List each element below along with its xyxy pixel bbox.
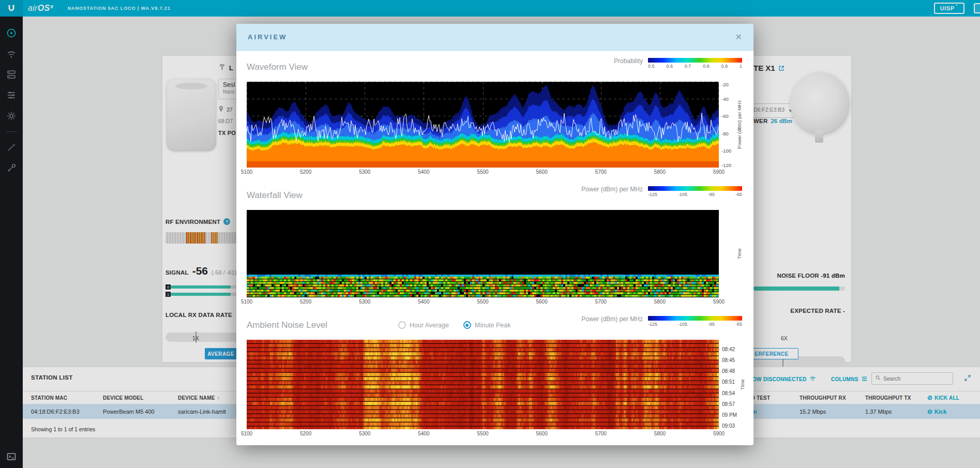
waveform-canvas [247,82,719,168]
hour-average-radio[interactable]: Hour Average [398,321,449,329]
radio-off-icon [398,321,406,329]
close-icon[interactable]: ✕ [735,33,742,41]
modal-title: AIRVIEW [248,33,287,41]
ambient-power-legend: Power (dBm) per MHz -125 -105 -85 -65 [581,316,742,327]
ambient-x-axis: 5100 5200 5300 5400 5500 5600 5700 5800 … [247,431,719,439]
waveform-y-axis-label: Power (dBm) per MHz [735,82,743,168]
waterfall-view-section: Waterfall View Power (dBm) per MHz -125 … [247,186,742,307]
waveform-chart [247,82,719,168]
probability-colorbar [648,58,742,63]
power-colorbar [648,316,742,321]
airview-modal: AIRVIEW ✕ Waveform View Probability 0.5 … [236,24,753,445]
waterfall-title: Waterfall View [247,190,303,201]
waterfall-chart [247,210,719,297]
waterfall-x-axis: 5100 5200 5300 5400 5500 5600 5700 5800 … [247,299,719,307]
ambient-y-axis-label: Time [738,340,746,429]
ambient-chart [247,340,719,429]
ambient-title: Ambient Noise Level [247,320,327,330]
ambient-canvas [247,340,719,429]
waveform-y-axis: -20 -40 -60 -80 -100 -120 [719,82,735,168]
ambient-noise-section: Ambient Noise Level Hour Average Minute … [247,316,742,439]
probability-legend: Probability 0.5 0.6 0.7 0.8 0.9 1 [614,58,742,69]
waveform-view-section: Waveform View Probability 0.5 0.6 0.7 0.… [247,58,742,177]
power-colorbar [648,186,742,191]
minute-peak-radio[interactable]: Minute Peak [463,321,510,329]
waveform-x-axis: 5100 5200 5300 5400 5500 5600 5700 5800 … [247,169,719,177]
airview-modal-header: AIRVIEW ✕ [236,24,753,51]
waterfall-canvas [247,210,719,297]
waveform-title: Waveform View [247,62,308,72]
waterfall-power-legend: Power (dBm) per MHz -125 -105 -85 -65 [581,186,742,197]
radio-on-icon [463,321,471,329]
waterfall-y-axis-label: Time [735,210,743,297]
ambient-time-axis: 08:42 08:45 08:48 08:51 08:54 08:57 09 P… [719,340,738,429]
